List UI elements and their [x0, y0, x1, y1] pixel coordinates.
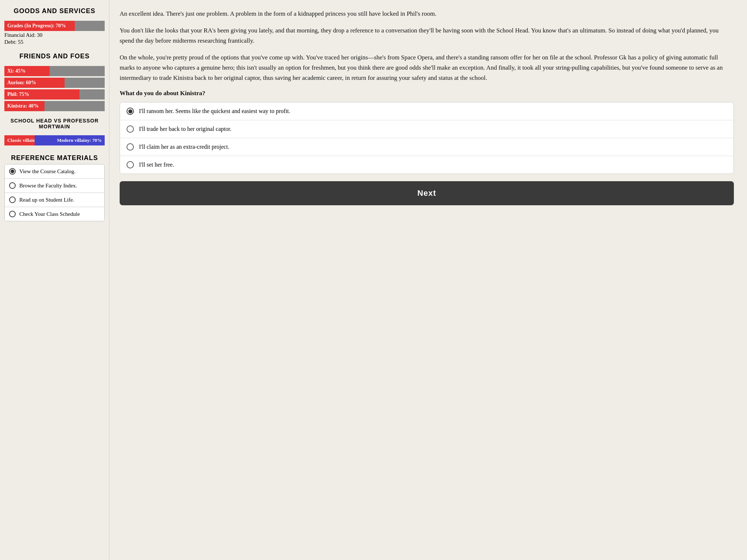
choice-item-1[interactable]: I'll trade her back to her original capt… — [120, 120, 734, 138]
ref-item-3[interactable]: Check Your Class Schedule — [5, 207, 104, 221]
grades-section: Grades (In Progress): 70% Financial Aid:… — [4, 21, 105, 46]
choice-label-0: I'll ransom her. Seems like the quickest… — [139, 108, 290, 114]
choice-item-0[interactable]: I'll ransom her. Seems like the quickest… — [120, 102, 734, 120]
reference-title: REFERENCE MATERIALS — [4, 154, 105, 162]
school-title: SCHOOL HEAD VS PROFESSOR MORTWAIN — [4, 118, 105, 129]
left-panel: GOODS AND SERVICES Grades (In Progress):… — [0, 0, 109, 560]
ref-radio-3 — [9, 211, 16, 217]
modern-label: Modern villainy: 70% — [57, 137, 102, 143]
choice-label-3: I'll set her free. — [139, 162, 174, 168]
aurion-bar-inner: Aurion: 60% — [4, 78, 65, 88]
grades-bar-outer: Grades (In Progress): 70% — [4, 21, 105, 31]
right-panel: An excellent idea. There's just one prob… — [109, 0, 747, 560]
ref-label-0: View the Course Catalog. — [19, 168, 76, 175]
phil-bar: Phil: 75% — [4, 89, 105, 100]
choices-list: I'll ransom her. Seems like the quickest… — [120, 102, 734, 174]
ref-label-1: Browse the Faculty Index. — [19, 183, 77, 189]
kinistra-bar-inner: Kinistra: 40% — [4, 101, 44, 111]
choice-radio-3 — [127, 161, 134, 168]
next-button[interactable]: Next — [120, 181, 734, 205]
ref-item-2[interactable]: Read up on Student Life. — [5, 193, 104, 207]
ref-radio-2 — [9, 197, 16, 203]
story-para-0: An excellent idea. There's just one prob… — [120, 9, 734, 19]
xi-bar-inner: Xi: 45% — [4, 66, 50, 76]
question-text: What do you do about Kinistra? — [120, 90, 734, 97]
reference-section: REFERENCE MATERIALS View the Course Cata… — [4, 153, 105, 221]
story-para-1: You don't like the looks that your RA's … — [120, 26, 734, 46]
kinistra-label: Kinistra: 40% — [7, 103, 39, 109]
reference-list: View the Course Catalog. Browse the Facu… — [4, 164, 105, 221]
aurion-bar: Aurion: 60% — [4, 78, 105, 88]
friends-section: Xi: 45% Aurion: 60% Phil: 75% Kinistra: … — [4, 66, 105, 113]
ref-item-0[interactable]: View the Course Catalog. — [5, 164, 104, 179]
choice-item-3[interactable]: I'll set her free. — [120, 156, 734, 174]
classic-bar: Classic villainy: 30% — [4, 135, 35, 145]
choice-radio-2 — [127, 143, 134, 151]
ref-item-1[interactable]: Browse the Faculty Index. — [5, 179, 104, 193]
ref-radio-1 — [9, 182, 16, 189]
grades-bar-inner: Grades (In Progress): 70% — [4, 21, 75, 31]
modern-bar: Modern villainy: 70% — [35, 135, 105, 145]
xi-bar: Xi: 45% — [4, 66, 105, 76]
story-para-2: On the whole, you're pretty proud of the… — [120, 52, 734, 83]
phil-bar-inner: Phil: 75% — [4, 89, 80, 100]
friends-title: FRIENDS AND FOES — [4, 52, 105, 60]
phil-label: Phil: 75% — [7, 92, 29, 97]
grades-label: Grades (In Progress): 70% — [7, 23, 66, 29]
choice-radio-1 — [127, 125, 134, 133]
mortwain-bar: Classic villainy: 30% Modern villainy: 7… — [4, 135, 105, 145]
ref-label-3: Check Your Class Schedule — [19, 211, 80, 217]
goods-title: GOODS AND SERVICES — [4, 7, 105, 15]
aurion-label: Aurion: 60% — [7, 80, 36, 86]
financial-aid-label: Financial Aid: 30 — [4, 32, 105, 38]
ref-radio-0 — [9, 168, 16, 175]
choice-label-1: I'll trade her back to her original capt… — [139, 126, 231, 132]
xi-label: Xi: 45% — [7, 68, 26, 74]
choice-label-2: I'll claim her as an extra-credit projec… — [139, 144, 229, 150]
debt-label: Debt: 55 — [4, 39, 105, 45]
kinistra-bar: Kinistra: 40% — [4, 101, 105, 111]
ref-label-2: Read up on Student Life. — [19, 197, 74, 203]
choice-radio-0 — [127, 108, 134, 115]
choice-item-2[interactable]: I'll claim her as an extra-credit projec… — [120, 138, 734, 156]
